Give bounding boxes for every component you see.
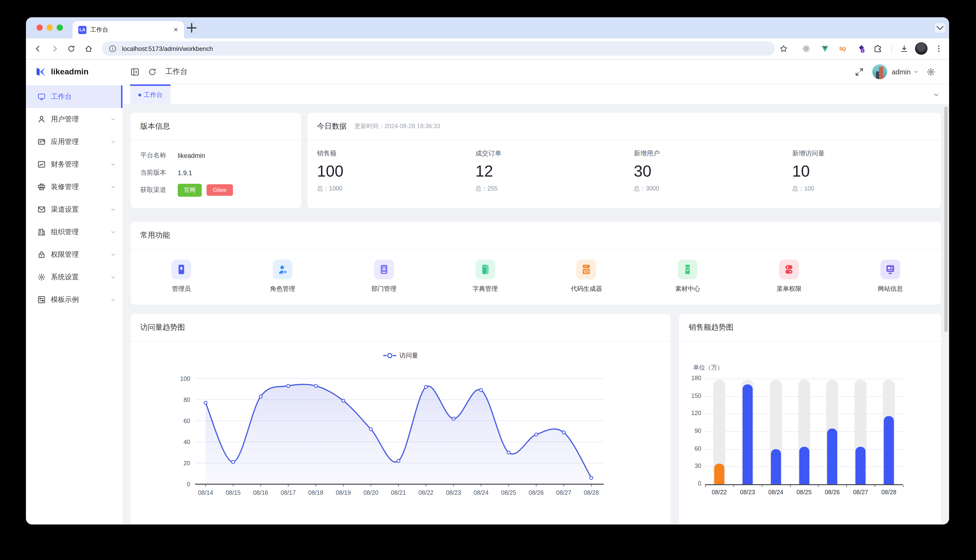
sidebar-item-app[interactable]: 应用管理 bbox=[26, 130, 122, 153]
chevron-down-icon bbox=[110, 184, 116, 190]
active-dot bbox=[138, 93, 141, 97]
y-axis-label: 120 bbox=[679, 410, 701, 417]
sq-extension-icon[interactable]: SQ bbox=[836, 42, 849, 55]
tab-close-icon[interactable]: × bbox=[172, 25, 180, 34]
toolbar-divider bbox=[891, 44, 892, 53]
settings-icon bbox=[37, 273, 51, 281]
sidebar-item-auth[interactable]: 权限管理 bbox=[26, 243, 122, 266]
chevron-down-icon bbox=[110, 252, 116, 257]
sidebar: likeadmin 工作台用户管理应用管理财务管理装修管理渠道设置组织管理权限管… bbox=[26, 60, 122, 525]
user-name: admin bbox=[892, 68, 911, 76]
quick-action-管理员[interactable]: 管理员 bbox=[130, 260, 232, 293]
new-tab-button[interactable] bbox=[185, 21, 198, 35]
tabbar-chevron-down-icon[interactable] bbox=[933, 91, 939, 100]
book-icon bbox=[475, 260, 495, 279]
visits-trend-card: 访问量趋势图 访问量 02040608010008/1408/1508/1608… bbox=[130, 314, 670, 525]
vue-devtools-extension-icon[interactable] bbox=[818, 42, 831, 55]
tab-title: 工作台 bbox=[90, 26, 172, 34]
browser-tab-strip: LA 工作台 × bbox=[26, 17, 949, 38]
scrollbar-thumb[interactable] bbox=[944, 107, 948, 332]
fullscreen-icon[interactable] bbox=[854, 67, 864, 77]
quick-action-菜单权限[interactable]: 菜单权限 bbox=[739, 260, 840, 293]
axis-tick bbox=[705, 485, 705, 487]
forward-icon[interactable] bbox=[48, 42, 62, 55]
sidebar-item-org[interactable]: 组织管理 bbox=[26, 221, 122, 243]
channel-button-Gitee[interactable]: Gitee bbox=[207, 184, 233, 196]
logo-mark-icon bbox=[35, 66, 47, 78]
stat-label: 新增访问量 bbox=[792, 149, 941, 158]
sidebar-item-user[interactable]: 用户管理 bbox=[26, 108, 122, 130]
quick-action-代码生成器[interactable]: 代码生成器 bbox=[536, 260, 637, 293]
quick-action-部门管理[interactable]: 部门管理 bbox=[333, 260, 435, 293]
chevron-down-icon bbox=[913, 68, 918, 76]
site-icon bbox=[881, 260, 900, 279]
bar-08/27 bbox=[856, 447, 866, 484]
site-info-icon[interactable] bbox=[109, 44, 117, 53]
x-axis-label: 08/22 bbox=[705, 489, 734, 496]
gridline bbox=[705, 378, 903, 379]
collapse-sidebar-icon[interactable] bbox=[130, 67, 140, 77]
reload-icon[interactable] bbox=[64, 42, 78, 55]
extensions-puzzle-icon[interactable] bbox=[871, 42, 884, 55]
back-icon[interactable] bbox=[31, 42, 44, 55]
toggle-icon bbox=[779, 260, 799, 279]
svg-text:08/28: 08/28 bbox=[584, 489, 599, 496]
quick-action-网站信息[interactable]: 网站信息 bbox=[840, 260, 941, 293]
url-bar[interactable]: localhost:5173/admin/workbench bbox=[102, 41, 775, 56]
sidebar-item-monitor[interactable]: 工作台 bbox=[26, 85, 122, 108]
react-devtools-extension-icon[interactable] bbox=[799, 42, 813, 55]
sidebar-item-settings[interactable]: 系统设置 bbox=[26, 266, 122, 288]
sidebar-item-template[interactable]: 模板示例 bbox=[26, 288, 122, 311]
chevron-down-icon bbox=[110, 117, 116, 122]
y-axis-label: 60 bbox=[679, 445, 701, 452]
y-axis-label: 180 bbox=[679, 375, 701, 382]
svg-text:60: 60 bbox=[184, 417, 190, 424]
downloads-icon[interactable] bbox=[897, 42, 911, 55]
quick-action-label: 菜单权限 bbox=[776, 285, 801, 293]
bar-08/25 bbox=[799, 447, 809, 484]
version-card-title: 版本信息 bbox=[130, 113, 301, 141]
svg-text:08/18: 08/18 bbox=[308, 489, 324, 496]
tab-favicon: LA bbox=[78, 26, 87, 34]
app-logo[interactable]: likeadmin bbox=[26, 60, 122, 84]
sidebar-item-label: 工作台 bbox=[51, 92, 72, 101]
sidebar-item-finance[interactable]: 财务管理 bbox=[26, 153, 122, 176]
svg-text:08/25: 08/25 bbox=[501, 489, 516, 496]
sidebar-item-decorate[interactable]: 装修管理 bbox=[26, 176, 122, 198]
browser-tab[interactable]: LA 工作台 × bbox=[72, 21, 184, 38]
tab-search-chevron-icon[interactable] bbox=[935, 23, 945, 33]
user-menu[interactable]: admin bbox=[892, 68, 918, 76]
gem-extension-icon[interactable]: 5 bbox=[854, 42, 868, 55]
app-header: 工作台 admin bbox=[122, 60, 949, 85]
quick-action-角色管理[interactable]: 角色管理 bbox=[232, 260, 333, 293]
home-icon[interactable] bbox=[82, 42, 95, 55]
svg-text:08/23: 08/23 bbox=[446, 489, 461, 496]
user-icon bbox=[37, 115, 51, 123]
svg-text:08/22: 08/22 bbox=[418, 489, 433, 496]
svg-text:0: 0 bbox=[187, 481, 190, 488]
window-controls bbox=[37, 25, 63, 31]
svg-text:08/26: 08/26 bbox=[528, 489, 544, 496]
settings-gear-icon[interactable] bbox=[926, 67, 936, 77]
tab-workbench[interactable]: 工作台 bbox=[130, 85, 170, 104]
quick-action-字典管理[interactable]: 字典管理 bbox=[435, 260, 536, 293]
zoom-window-button[interactable] bbox=[57, 25, 63, 31]
sidebar-item-label: 系统设置 bbox=[51, 273, 79, 282]
workbench-content: 版本信息 平台名称likeadmin当前版本1.9.1获取渠道官网Gitee 今… bbox=[122, 105, 949, 525]
refresh-page-icon[interactable] bbox=[147, 67, 157, 77]
bookmark-star-icon[interactable] bbox=[777, 42, 790, 55]
minimize-window-button[interactable] bbox=[47, 25, 53, 31]
breadcrumb: 工作台 bbox=[165, 67, 187, 77]
browser-profile-avatar[interactable] bbox=[915, 42, 928, 55]
page-tab-bar: 工作台 bbox=[122, 85, 949, 105]
close-window-button[interactable] bbox=[37, 25, 43, 31]
quick-action-素材中心[interactable]: 素材中心 bbox=[637, 260, 739, 293]
quick-action-label: 角色管理 bbox=[270, 285, 295, 293]
browser-menu-kebab-icon[interactable] bbox=[932, 42, 945, 55]
svg-text:08/16: 08/16 bbox=[253, 489, 268, 496]
line-legend[interactable]: 访问量 bbox=[130, 351, 670, 360]
user-avatar[interactable] bbox=[872, 64, 887, 79]
sidebar-item-channel[interactable]: 渠道设置 bbox=[26, 198, 122, 221]
channel-button-官网[interactable]: 官网 bbox=[178, 183, 202, 197]
stat-total: 总：3000 bbox=[634, 185, 783, 193]
